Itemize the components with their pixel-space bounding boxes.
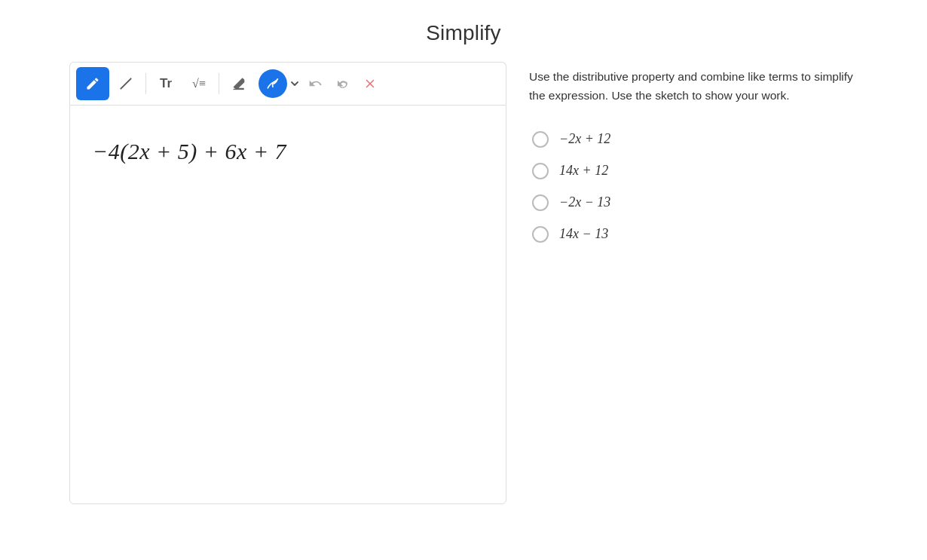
math-expression: −4(2x + 5) + 6x + 7 [93, 136, 286, 167]
choice-label-c: −2x − 13 [559, 194, 610, 210]
ink-dropdown-button[interactable] [287, 69, 302, 98]
choice-item-d[interactable]: 14x − 13 [529, 219, 858, 250]
undo-button[interactable] [302, 70, 329, 97]
instruction-text: Use the distributive property and combin… [529, 68, 858, 106]
choice-radio-a[interactable] [532, 131, 549, 148]
ink-group [259, 69, 302, 98]
left-panel: Tr √≡ [69, 62, 506, 504]
expression-text: −4(2x + 5) + 6x + 7 [93, 139, 286, 164]
choice-radio-b[interactable] [532, 163, 549, 179]
choice-radio-c[interactable] [532, 194, 549, 211]
pen-button[interactable] [76, 67, 109, 100]
undo-icon [308, 76, 323, 91]
choice-item-c[interactable]: −2x − 13 [529, 187, 858, 219]
choices-list: −2x + 12 14x + 12 −2x − 13 14x − 13 [529, 124, 858, 250]
line-button[interactable] [109, 67, 142, 100]
ink-icon [265, 76, 280, 91]
choice-label-a: −2x + 12 [559, 131, 610, 147]
page-title: Simplify [0, 0, 927, 62]
math-button[interactable]: √≡ [182, 67, 216, 100]
line-icon [118, 76, 133, 91]
choice-radio-d[interactable] [532, 226, 549, 243]
chevron-down-icon [290, 79, 299, 88]
redo-icon [335, 76, 350, 91]
choice-label-d: 14x − 13 [559, 226, 608, 242]
ink-button[interactable] [259, 69, 287, 98]
toolbar-divider-2 [219, 73, 219, 94]
choice-item-a[interactable]: −2x + 12 [529, 124, 858, 155]
eraser-button[interactable] [222, 67, 255, 100]
redo-button[interactable] [329, 70, 356, 97]
eraser-icon [231, 76, 246, 91]
text-button[interactable]: Tr [149, 67, 182, 100]
svg-line-0 [121, 78, 130, 88]
text-icon: Tr [160, 76, 172, 91]
toolbar-divider-1 [145, 73, 146, 94]
canvas-area[interactable]: −4(2x + 5) + 6x + 7 [69, 105, 506, 504]
right-panel: Use the distributive property and combin… [529, 62, 858, 250]
close-icon [363, 77, 377, 90]
choice-label-b: 14x + 12 [559, 163, 608, 179]
toolbar: Tr √≡ [69, 62, 506, 105]
math-icon: √≡ [192, 77, 206, 90]
pen-icon [85, 76, 100, 91]
main-layout: Tr √≡ [0, 62, 927, 504]
close-button[interactable] [356, 70, 384, 97]
choice-item-b[interactable]: 14x + 12 [529, 155, 858, 187]
